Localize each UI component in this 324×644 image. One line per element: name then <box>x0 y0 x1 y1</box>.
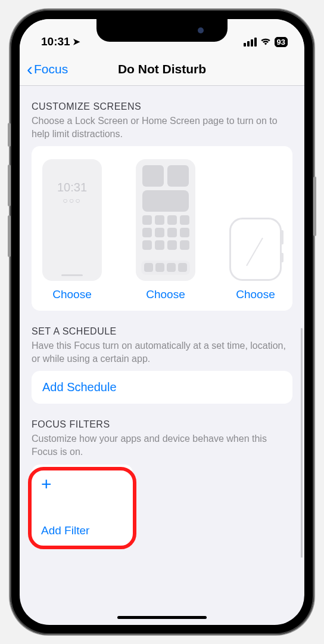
phone-screen: 10:31 ➤ 93 ‹ Focus Do Not Disturb <box>20 19 304 625</box>
home-screen-option[interactable]: Choose <box>136 159 195 301</box>
watch-option[interactable]: Choose <box>229 159 282 301</box>
customize-screens-header: CUSTOMIZE SCREENS <box>32 101 292 112</box>
choose-lock-label: Choose <box>52 288 92 301</box>
choose-home-label: Choose <box>146 288 185 301</box>
scroll-indicator[interactable] <box>301 328 303 558</box>
battery-indicator: 93 <box>275 37 288 47</box>
signal-icon <box>244 38 257 47</box>
notch <box>96 19 228 42</box>
chevron-left-icon: ‹ <box>27 60 33 78</box>
add-schedule-button[interactable]: Add Schedule <box>32 371 292 404</box>
lock-screen-preview: 10:31 ○○○ <box>42 159 102 281</box>
schedule-header: SET A SCHEDULE <box>32 326 292 337</box>
customize-screens-sub: Choose a Lock Screen or Home Screen page… <box>32 114 292 140</box>
volume-down-button <box>8 215 11 257</box>
back-label: Focus <box>34 62 68 76</box>
wifi-icon <box>260 38 271 46</box>
lock-screen-dots: ○○○ <box>63 196 81 205</box>
lock-screen-homebar <box>61 274 83 276</box>
home-indicator[interactable] <box>117 616 207 619</box>
filters-header: FOCUS FILTERS <box>32 419 292 430</box>
nav-bar: ‹ Focus Do Not Disturb <box>20 52 304 86</box>
customize-screens-card: 10:31 ○○○ Choose <box>32 146 292 311</box>
volume-up-button <box>8 165 11 206</box>
status-right: 93 <box>244 37 288 47</box>
schedule-sub: Have this Focus turn on automatically at… <box>32 339 292 365</box>
content: CUSTOMIZE SCREENS Choose a Lock Screen o… <box>20 86 304 558</box>
filters-sub: Customize how your apps and device behav… <box>32 432 292 458</box>
mute-switch <box>8 123 11 147</box>
lock-screen-time: 10:31 <box>57 181 87 194</box>
plus-icon: + <box>41 475 123 493</box>
watch-preview <box>229 218 282 281</box>
back-button[interactable]: ‹ Focus <box>27 60 68 78</box>
add-schedule-label: Add Schedule <box>42 380 282 394</box>
power-button <box>313 177 316 236</box>
home-screen-preview <box>136 159 195 281</box>
phone-frame: 10:31 ➤ 93 ‹ Focus Do Not Disturb <box>10 10 314 634</box>
choose-watch-label: Choose <box>236 288 275 301</box>
add-filter-label: Add Filter <box>41 524 123 537</box>
status-time: 10:31 <box>41 35 70 48</box>
status-left: 10:31 ➤ <box>41 35 80 48</box>
add-filter-button[interactable]: + Add Filter <box>32 465 133 546</box>
location-icon: ➤ <box>73 36 80 47</box>
lock-screen-option[interactable]: 10:31 ○○○ Choose <box>42 159 102 301</box>
